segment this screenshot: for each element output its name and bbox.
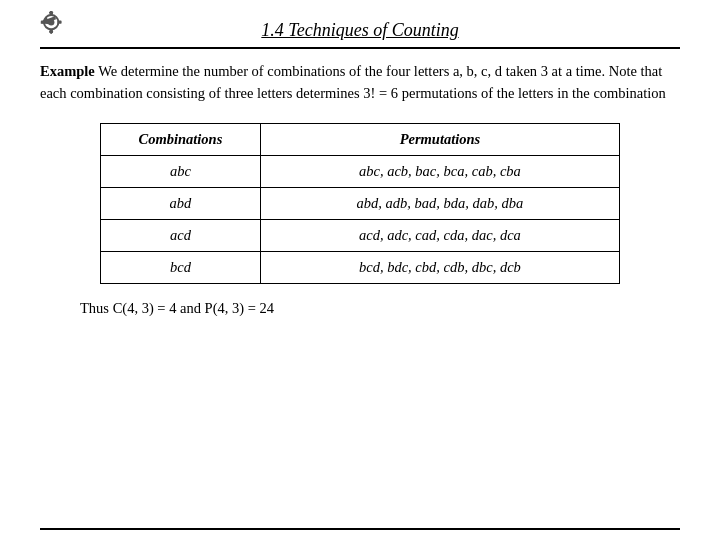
table-row: abcabc, acb, bac, bca, cab, cba	[101, 155, 620, 187]
table-row: abdabd, adb, bad, bda, dab, dba	[101, 187, 620, 219]
table-container: Combinations Permutations abcabc, acb, b…	[40, 123, 680, 284]
svg-rect-5	[41, 20, 45, 23]
page: 1.4 Techniques of Counting Example We de…	[0, 0, 720, 540]
bottom-divider	[40, 528, 680, 530]
table-row: bcdbcd, bdc, cbd, cdb, dbc, dcb	[101, 251, 620, 283]
example-label: Example	[40, 63, 95, 79]
example-text: Example We determine the number of combi…	[40, 61, 680, 105]
cell-combination: abd	[101, 187, 261, 219]
header: 1.4 Techniques of Counting	[40, 20, 680, 41]
cell-permutations: abd, adb, bad, bda, dab, dba	[260, 187, 619, 219]
col-header-permutations: Permutations	[260, 123, 619, 155]
cell-combination: abc	[101, 155, 261, 187]
cell-permutations: abc, acb, bac, bca, cab, cba	[260, 155, 619, 187]
table-body: abcabc, acb, bac, bca, cab, cbaabdabd, a…	[101, 155, 620, 283]
cell-combination: bcd	[101, 251, 261, 283]
svg-point-2	[48, 19, 54, 25]
combinations-table: Combinations Permutations abcabc, acb, b…	[100, 123, 620, 284]
col-header-combinations: Combinations	[101, 123, 261, 155]
example-body: We determine the number of combinations …	[40, 63, 666, 101]
table-row: acdacd, adc, cad, cda, dac, dca	[101, 219, 620, 251]
table-header-row: Combinations Permutations	[101, 123, 620, 155]
cell-combination: acd	[101, 219, 261, 251]
svg-rect-6	[58, 20, 62, 23]
gear-icon	[40, 11, 80, 51]
cell-permutations: acd, adc, cad, cda, dac, dca	[260, 219, 619, 251]
conclusion: Thus C(4, 3) = 4 and P(4, 3) = 24	[80, 300, 680, 317]
page-title: 1.4 Techniques of Counting	[261, 20, 458, 41]
cell-permutations: bcd, bdc, cbd, cdb, dbc, dcb	[260, 251, 619, 283]
top-divider	[40, 47, 680, 49]
